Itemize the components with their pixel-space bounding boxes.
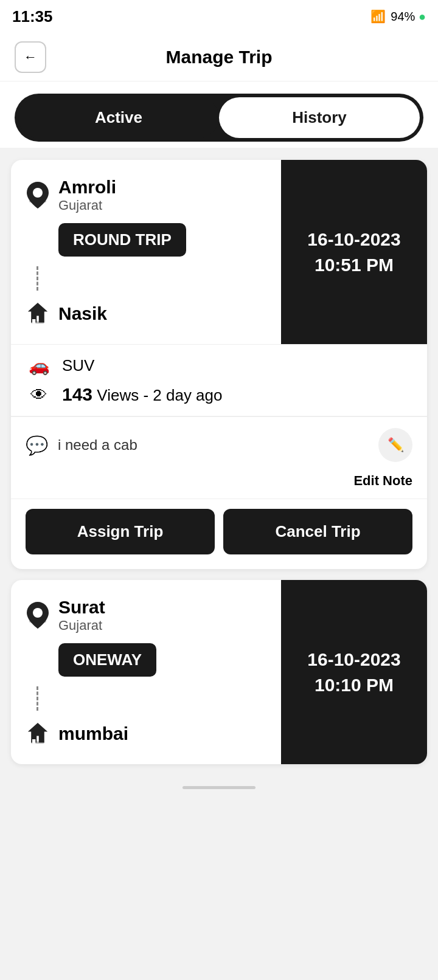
svg-point-4 [33,608,43,618]
trip-info-1: Amroli Gujarat ROUND TRIP [11,160,281,344]
note-icon: 💬 [26,435,48,456]
vehicle-row: 🚗 SUV [26,356,412,376]
views-text: 143 Views - 2 day ago [62,384,223,405]
from-city: Amroli [58,177,116,198]
trip-header-1: Amroli Gujarat ROUND TRIP [11,160,427,344]
from-state-2: Gujarat [58,618,105,633]
trip-date-2: 16-10-2023 10:10 PM [307,647,400,698]
trip-header-2: Surat Gujarat ONEWAY [11,580,427,764]
home-bar [182,786,255,789]
tab-history[interactable]: History [219,97,420,138]
trip-details-1: 🚗 SUV 👁 143 Views - 2 day ago [11,344,427,416]
trip-type-wrapper-2: ONEWAY [26,643,266,677]
tab-active[interactable]: Active [18,97,219,138]
eye-icon: 👁 [26,385,52,405]
svg-rect-1 [29,200,46,202]
cancel-trip-button[interactable]: Cancel Trip [223,509,412,554]
pencil-icon: ✏️ [388,437,404,453]
to-location-2: mumbai [26,720,266,747]
from-location: Amroli Gujarat [26,177,266,213]
to-city: Nasik [58,303,107,324]
trip-card-2: Surat Gujarat ONEWAY [11,580,427,764]
tab-container: Active History [0,81,438,148]
edit-note-button[interactable]: ✏️ [378,428,412,462]
note-section: 💬 i need a cab ✏️ [11,416,427,473]
status-time: 11:35 [12,7,53,26]
tab-toggle: Active History [15,94,423,142]
back-button[interactable]: ← [15,41,46,73]
note-left: 💬 i need a cab [26,435,137,456]
page-title: Manage Trip [46,47,392,67]
trip-info-2: Surat Gujarat ONEWAY [11,580,281,764]
route-connector [36,266,38,291]
svg-rect-3 [32,319,35,323]
trip-type-badge: ROUND TRIP [58,223,186,257]
home-indicator [0,776,438,799]
trip-date: 16-10-2023 10:51 PM [307,227,400,278]
battery-dot: ● [419,10,426,23]
svg-point-0 [33,188,43,198]
edit-note-label: Edit Note [11,473,427,499]
status-right: 📶 94% ● [370,9,426,24]
trip-card-1: Amroli Gujarat ROUND TRIP [11,160,427,569]
origin-pin-icon-2 [26,602,50,629]
signal-icon: 📶 [370,9,386,24]
action-buttons: Assign Trip Cancel Trip [11,499,427,569]
views-row: 👁 143 Views - 2 day ago [26,384,412,405]
trip-list: Amroli Gujarat ROUND TRIP [0,148,438,776]
from-city-2: Surat [58,597,105,618]
note-container: 💬 i need a cab ✏️ Edit Note [11,416,427,499]
from-state: Gujarat [58,198,116,213]
trip-type-wrapper: ROUND TRIP [26,223,266,257]
trip-type-badge-2: ONEWAY [58,643,156,677]
trip-date-panel-1: 16-10-2023 10:51 PM [281,160,427,344]
header: ← Manage Trip [0,33,438,81]
assign-trip-button[interactable]: Assign Trip [26,509,215,554]
status-bar: 11:35 📶 94% ● [0,0,438,33]
destination-home-icon-2 [26,720,50,747]
from-location-text-2: Surat Gujarat [58,597,105,633]
to-location-text: Nasik [58,303,107,324]
back-icon: ← [24,49,37,65]
note-text: i need a cab [58,437,137,454]
origin-pin-icon [26,182,50,209]
svg-rect-7 [32,739,35,744]
trip-date-panel-2: 16-10-2023 10:10 PM [281,580,427,764]
to-location-text-2: mumbai [58,723,128,744]
from-location-2: Surat Gujarat [26,597,266,633]
route-connector-2 [36,686,38,711]
svg-rect-5 [29,620,46,623]
to-location: Nasik [26,300,266,327]
to-city-2: mumbai [58,723,128,744]
battery-icon: 94% ● [391,10,426,24]
destination-home-icon [26,300,50,327]
from-location-text: Amroli Gujarat [58,177,116,213]
car-icon: 🚗 [26,356,52,376]
vehicle-type: SUV [62,356,94,375]
